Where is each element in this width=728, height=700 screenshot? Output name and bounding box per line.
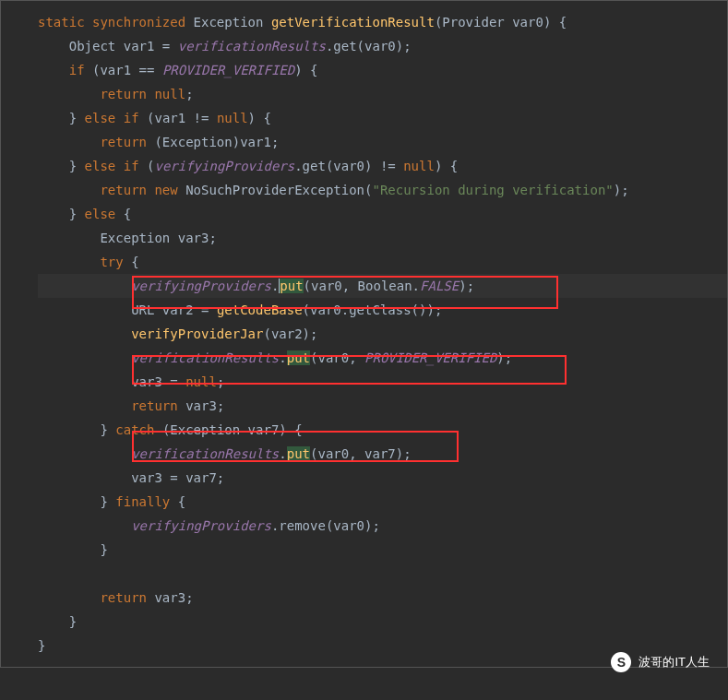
code-line: var3 = var7; [38, 466, 727, 490]
code-line: } catch (Exception var7) { [38, 418, 727, 442]
code-line: Exception var3; [38, 226, 727, 250]
code-line [38, 562, 727, 586]
code-line: verificationResults.put(var0, PROVIDER_V… [38, 346, 727, 370]
text-cursor [279, 279, 280, 293]
code-line: static synchronized Exception getVerific… [38, 10, 727, 34]
code-line: return (Exception)var1; [38, 130, 727, 154]
code-line: URL var2 = getCodeBase(var0.getClass()); [38, 298, 727, 322]
code-line: try { [38, 250, 727, 274]
code-line: verificationResults.put(var0, var7); [38, 442, 727, 466]
code-line: verifyProviderJar(var2); [38, 322, 727, 346]
search-match-put: put [287, 446, 310, 461]
search-match-put: put [280, 279, 303, 293]
code-line: return null; [38, 82, 727, 106]
code-line: var3 = null; [38, 370, 727, 394]
wechat-icon: S [611, 652, 631, 672]
code-line: verifyingProviders.remove(var0); [38, 514, 727, 538]
watermark: S 波哥的IT人生 [611, 652, 710, 672]
code-line-active: verifyingProviders.put(var0, Boolean.FAL… [38, 274, 727, 298]
code-line: } [38, 610, 727, 634]
code-line: } [38, 538, 727, 562]
code-line: return new NoSuchProviderException("Recu… [38, 178, 727, 202]
code-line: return var3; [38, 586, 727, 610]
search-match-put: put [287, 350, 310, 365]
code-line: } else if (var1 != null) { [38, 106, 727, 130]
code-line: } finally { [38, 490, 727, 514]
code-line: if (var1 == PROVIDER_VERIFIED) { [38, 58, 727, 82]
code-line: } else if (verifyingProviders.get(var0) … [38, 154, 727, 178]
code-line: } else { [38, 202, 727, 226]
code-line: return var3; [38, 394, 727, 418]
code-line: Object var1 = verificationResults.get(va… [38, 34, 727, 58]
code-editor[interactable]: static synchronized Exception getVerific… [0, 0, 728, 668]
watermark-text: 波哥的IT人生 [638, 654, 710, 670]
